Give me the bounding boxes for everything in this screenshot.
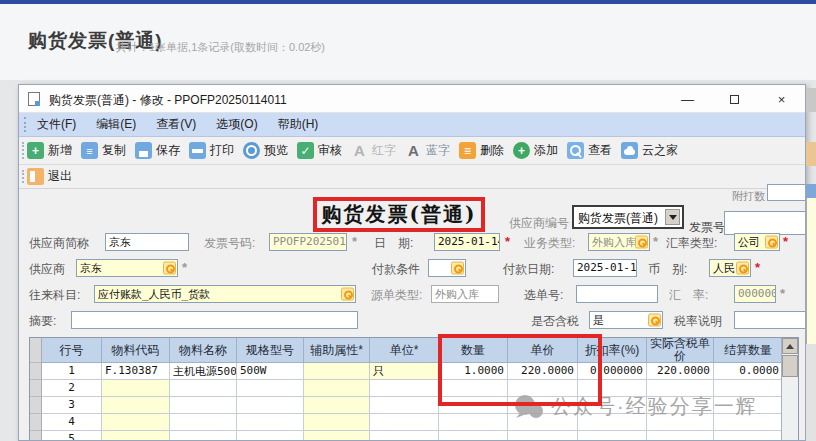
tax-note-input[interactable] (734, 311, 806, 329)
grid-cell[interactable] (370, 380, 439, 397)
lookup-icon[interactable] (635, 236, 648, 249)
grid-cell[interactable] (714, 431, 783, 441)
lookup-icon[interactable] (648, 314, 661, 327)
date-input[interactable]: 2025-01-14 (434, 233, 500, 251)
lookup-icon[interactable] (451, 262, 464, 275)
grid-cell[interactable] (578, 431, 647, 441)
grid-cell[interactable] (237, 397, 304, 414)
cloud-home-button[interactable]: 云之家 (621, 142, 678, 159)
menu-item[interactable]: 编辑(E) (96, 116, 136, 133)
grid-header-cell[interactable]: 物料代码 (102, 338, 170, 363)
menu-item[interactable]: 文件(F) (37, 116, 76, 133)
grid-cell[interactable] (439, 414, 508, 431)
grid-cell[interactable] (170, 431, 237, 441)
lookup-icon[interactable] (736, 262, 749, 275)
row-selector[interactable] (30, 380, 42, 397)
grid-cell[interactable]: F.130387 (102, 363, 170, 380)
grid-cell[interactable] (102, 431, 170, 441)
view-button[interactable]: 查看 (567, 142, 612, 159)
grid-cell[interactable]: 4 (42, 414, 102, 431)
row-selector[interactable] (30, 363, 42, 380)
copy-button[interactable]: 复制 (81, 142, 126, 159)
grid-header-cell[interactable]: 辅助属性* (304, 338, 370, 363)
minimize-button[interactable]: — (664, 85, 711, 113)
grid-cell[interactable] (170, 414, 237, 431)
grid-header-cell[interactable]: 结算数量 (714, 338, 783, 363)
pay-date-input[interactable]: 2025-01-14 (573, 259, 637, 277)
print-count-input[interactable] (767, 184, 806, 201)
scrollbar-thumb[interactable] (782, 355, 798, 377)
grid-cell[interactable] (170, 380, 237, 397)
grid-cell[interactable] (508, 431, 578, 441)
lookup-icon[interactable] (765, 236, 778, 249)
delete-button[interactable]: 删除 (459, 142, 504, 159)
grid-header-cell[interactable]: 规格型号 (237, 338, 304, 363)
grid-cell[interactable] (370, 397, 439, 414)
grid-header-cell[interactable]: 实际含税单价 (647, 338, 714, 363)
summary-input[interactable] (71, 311, 358, 329)
menu-item[interactable]: 选项(O) (216, 116, 257, 133)
print-button[interactable]: 打印 (189, 142, 234, 159)
tax-included-input[interactable]: 是 (589, 311, 663, 329)
audit-button[interactable]: 审核 (297, 142, 342, 159)
rate-type-input[interactable]: 公司 (734, 233, 780, 251)
lookup-icon[interactable] (341, 288, 354, 301)
supplier-short-input[interactable]: 京东 (105, 233, 189, 251)
preview-button[interactable]: 预览 (243, 142, 288, 159)
row-selector[interactable] (30, 414, 42, 431)
grid-cell[interactable]: 1 (42, 363, 102, 380)
invoice-ref-input[interactable] (724, 211, 806, 235)
grid-cell[interactable]: 500W (237, 363, 304, 380)
grid-cell[interactable] (237, 380, 304, 397)
red-entry-button[interactable]: 红字 (351, 142, 396, 159)
window-titlebar[interactable]: 购货发票(普通) - 修改 - PPOFP20250114011 — × (19, 85, 805, 113)
grid-cell[interactable] (304, 414, 370, 431)
invoice-type-combobox[interactable]: 购货发票(普通) (572, 205, 684, 229)
row-selector[interactable] (30, 397, 42, 414)
account-input[interactable]: 应付账款_人民币_货款 (94, 285, 356, 303)
supplier-input[interactable]: 京东 (76, 259, 178, 277)
grid-vscrollbar[interactable] (781, 338, 798, 441)
blue-entry-button[interactable]: 蓝字 (405, 142, 450, 159)
ex-rate-input[interactable]: 000000 (734, 285, 776, 303)
src-type-input[interactable]: 外购入库 (431, 285, 499, 303)
grid-header-cell[interactable]: 行号 (42, 338, 102, 363)
grid-cell[interactable] (237, 431, 304, 441)
grid-cell[interactable] (370, 431, 439, 441)
select-no-input[interactable] (576, 285, 658, 303)
row-selector[interactable] (30, 431, 42, 441)
grid-cell[interactable]: 2 (42, 380, 102, 397)
grid-header-cell[interactable]: 物料名称 (170, 338, 237, 363)
grid-cell[interactable] (304, 431, 370, 441)
grid-cell[interactable] (439, 431, 508, 441)
save-button[interactable]: 保存 (135, 142, 180, 159)
grid-cell[interactable] (102, 414, 170, 431)
grid-cell[interactable] (102, 380, 170, 397)
grid-cell[interactable] (304, 397, 370, 414)
pay-terms-input[interactable] (428, 259, 466, 277)
grid-cell[interactable] (102, 397, 170, 414)
new-button[interactable]: 新增 (27, 142, 72, 159)
maximize-button[interactable] (711, 85, 758, 113)
chevron-down-icon[interactable] (665, 209, 680, 225)
grid-cell[interactable] (647, 431, 714, 441)
biz-type-input[interactable]: 外购入库 (588, 233, 650, 251)
grid-cell[interactable]: 只 (370, 363, 439, 380)
grid-cell[interactable] (304, 363, 370, 380)
grid-cell[interactable]: 0.0000 (714, 363, 783, 380)
scroll-up-icon[interactable] (782, 338, 798, 354)
append-button[interactable]: 添加 (513, 142, 558, 159)
grid-cell[interactable]: 220.0000 (647, 363, 714, 380)
grid-cell[interactable]: 主机电源500 (170, 363, 237, 380)
grid-header-cell[interactable]: 单位* (370, 338, 439, 363)
lookup-icon[interactable] (163, 262, 176, 275)
exit-button[interactable]: 退出 (27, 168, 72, 185)
grid-cell[interactable] (370, 414, 439, 431)
grid-cell[interactable] (237, 414, 304, 431)
grid-cell[interactable]: 5 (42, 431, 102, 441)
grid-corner-cell[interactable] (30, 338, 42, 363)
menu-item[interactable]: 查看(V) (156, 116, 196, 133)
grid-cell[interactable] (304, 380, 370, 397)
menu-item[interactable]: 帮助(H) (278, 116, 319, 133)
invoice-no-input[interactable]: PPOFP2025011 (269, 233, 347, 251)
